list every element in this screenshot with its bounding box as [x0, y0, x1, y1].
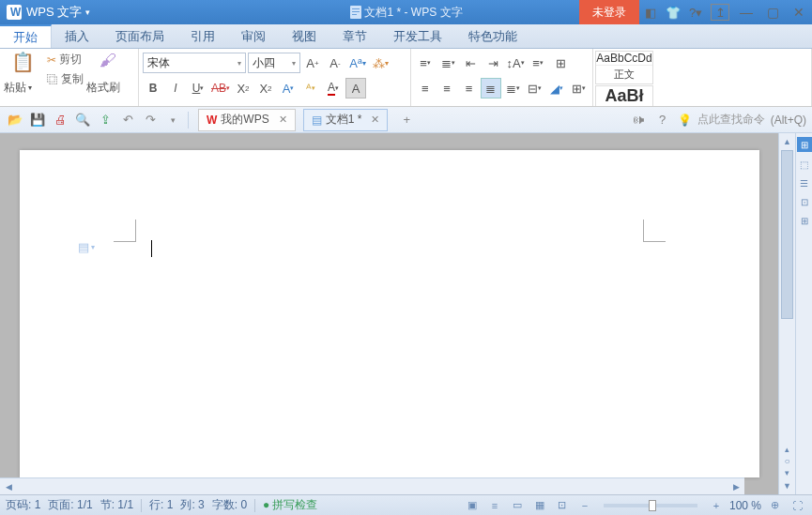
tab-my-wps[interactable]: W 我的WPS ✕	[198, 109, 296, 131]
login-button[interactable]: 未登录	[579, 0, 639, 24]
new-tab-button[interactable]: +	[397, 111, 416, 129]
panel-backup-icon[interactable]: ⊞	[798, 214, 811, 227]
line-spacing-button[interactable]: ≡▾	[528, 53, 548, 73]
subscript-button[interactable]: X2	[255, 78, 276, 98]
document-page[interactable]: ▤▾	[20, 150, 759, 477]
tab-document[interactable]: ▤ 文档1 * ✕	[303, 109, 389, 131]
tab-feature[interactable]: 特色功能	[455, 24, 530, 48]
command-search-hint[interactable]: 点此查找命令	[697, 112, 765, 128]
tab-reference[interactable]: 引用	[177, 24, 228, 48]
panel-style-icon[interactable]: ⊞	[797, 137, 812, 152]
align-center-button[interactable]: ≡	[437, 78, 456, 98]
scroll-left-button[interactable]: ◀	[0, 482, 17, 492]
redo-button[interactable]: ↷	[141, 111, 160, 129]
open-button[interactable]: 📂	[6, 111, 24, 129]
tab-view[interactable]: 视图	[279, 24, 329, 48]
change-case-button[interactable]: Aª▾	[347, 53, 368, 73]
italic-button[interactable]: I	[165, 78, 186, 98]
status-spellcheck[interactable]: 拼写检查	[263, 497, 317, 513]
status-page-number[interactable]: 页码: 1	[6, 497, 40, 513]
increase-indent-button[interactable]: ⇥	[483, 53, 503, 73]
show-marks-button[interactable]: ⊞▾	[569, 78, 589, 98]
tab-insert[interactable]: 插入	[52, 24, 102, 48]
vertical-scrollbar[interactable]: ▲ ▴ ○ ▾ ▼	[778, 133, 795, 494]
numbering-button[interactable]: ≣▾	[437, 53, 458, 73]
browse-object-button[interactable]: ○	[784, 456, 789, 466]
scroll-right-button[interactable]: ▶	[728, 482, 744, 492]
skin-icon[interactable]: ◧	[639, 0, 662, 24]
fit-page-button[interactable]: ⊕	[765, 497, 784, 514]
char-shading-button[interactable]: A	[345, 78, 366, 98]
panel-nav-icon[interactable]: ☰	[798, 176, 811, 189]
align-justify-button[interactable]: ≣	[481, 78, 500, 98]
tab-start[interactable]: 开始	[0, 24, 52, 48]
undo-button[interactable]: ↶	[118, 111, 137, 129]
distribute-button[interactable]: ≣▾	[503, 78, 523, 98]
zoom-slider[interactable]	[604, 504, 697, 507]
font-size-select[interactable]: 小四▾	[248, 53, 300, 73]
status-page-count[interactable]: 页面: 1/1	[48, 497, 92, 513]
share-icon[interactable]: ↥	[711, 4, 729, 21]
grow-font-button[interactable]: A+	[302, 53, 323, 73]
font-name-select[interactable]: 宋体▾	[143, 53, 246, 73]
view-outline-button[interactable]: ≡	[485, 497, 504, 514]
bold-button[interactable]: B	[143, 78, 163, 98]
superscript-button[interactable]: X2	[233, 78, 253, 98]
clear-format-button[interactable]: ⁂▾	[370, 53, 391, 73]
print-preview-button[interactable]: 🔍	[73, 111, 92, 129]
panel-select-icon[interactable]: ⬚	[798, 158, 811, 171]
tab-close-icon[interactable]: ✕	[279, 114, 287, 126]
app-menu-dropdown[interactable]: ▾	[85, 8, 97, 17]
tab-close-icon[interactable]: ✕	[371, 114, 379, 126]
qat-dropdown[interactable]: ▾	[163, 111, 182, 129]
text-direction-button[interactable]: ↕A▾	[505, 53, 526, 73]
view-web-button[interactable]: ▭	[508, 497, 527, 514]
strikethrough-button[interactable]: AB▾	[210, 78, 231, 98]
paste-label[interactable]: 粘贴▾	[4, 80, 32, 96]
close-button[interactable]: ✕	[786, 0, 812, 24]
scroll-up-button[interactable]: ▲	[779, 133, 795, 150]
maximize-button[interactable]: ▢	[759, 0, 786, 24]
cut-button[interactable]: ✂剪切	[47, 51, 84, 68]
page-options-icon[interactable]: ▤▾	[78, 240, 95, 254]
shading-button[interactable]: ◢▾	[546, 78, 566, 98]
highlight-button[interactable]: ᴬ▾	[300, 78, 321, 98]
style-heading1[interactable]: AaBł标题 1	[595, 85, 653, 107]
zoom-level[interactable]: 100 %	[729, 499, 761, 512]
bullets-button[interactable]: ≡▾	[415, 53, 436, 73]
next-page-button[interactable]: ▾	[785, 468, 789, 477]
zoom-thumb[interactable]	[649, 500, 656, 511]
save-button[interactable]: 💾	[28, 111, 47, 129]
minimize-button[interactable]: —	[733, 0, 759, 24]
tab-developer[interactable]: 开发工具	[380, 24, 455, 48]
scroll-down-button[interactable]: ▼	[779, 477, 795, 494]
decrease-indent-button[interactable]: ⇤	[460, 53, 481, 73]
scroll-thumb[interactable]	[781, 150, 793, 319]
prev-page-button[interactable]: ▴	[785, 445, 789, 454]
align-left-button[interactable]: ≡	[415, 78, 435, 98]
paste-button[interactable]: 📋	[4, 51, 41, 73]
zoom-out-button[interactable]: −	[575, 497, 594, 514]
format-painter-button[interactable]: 🖌	[89, 51, 127, 70]
tab-layout[interactable]: 页面布局	[102, 24, 177, 48]
print-button[interactable]: 🖨	[51, 111, 69, 129]
view-reading-button[interactable]: ▦	[530, 497, 549, 514]
zoom-in-button[interactable]: +	[707, 497, 726, 514]
align-right-button[interactable]: ≡	[459, 78, 479, 98]
best-fit-button[interactable]: ⛶	[788, 497, 806, 514]
underline-button[interactable]: U▾	[188, 78, 208, 98]
horizontal-scrollbar[interactable]: ◀ ▶	[0, 477, 744, 494]
view-print-layout-button[interactable]: ▣	[463, 497, 482, 514]
status-word-count[interactable]: 字数: 0	[212, 497, 247, 513]
panel-properties-icon[interactable]: ⊡	[798, 195, 811, 208]
shrink-font-button[interactable]: A-	[325, 53, 345, 73]
export-pdf-button[interactable]: ⇪	[96, 111, 115, 129]
voice-icon[interactable]: 🕪	[629, 111, 648, 129]
tabs-button[interactable]: ⊟▾	[525, 78, 544, 98]
tab-chapter[interactable]: 章节	[329, 24, 380, 48]
tab-review[interactable]: 审阅	[228, 24, 279, 48]
view-fullscreen-button[interactable]: ⊡	[553, 497, 572, 514]
borders-button[interactable]: ⊞	[550, 53, 571, 73]
help-small-icon[interactable]: ?	[653, 111, 672, 129]
page-area[interactable]: ▤▾ ◀ ▶	[0, 133, 778, 494]
